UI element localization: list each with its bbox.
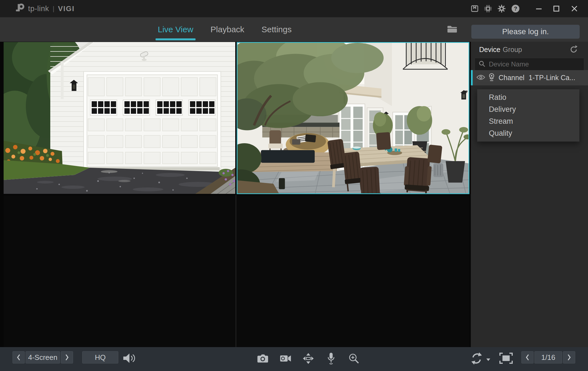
device-name-label: 1-TP-Link Ca... xyxy=(529,74,575,82)
device-type-label: Channel xyxy=(499,74,524,82)
playback-toolbar: 4-Screen HQ xyxy=(0,347,588,371)
device-context-menu: Ratio Delivery Stream Quality xyxy=(477,89,579,142)
page-navigation: 1/16 xyxy=(521,351,575,363)
patio-scene-image xyxy=(237,43,469,193)
screen-layout-button[interactable]: 4-Screen xyxy=(26,351,60,363)
device-chip-icon[interactable] xyxy=(484,4,492,13)
maximize-icon[interactable] xyxy=(552,4,561,13)
snapshot-camera-icon[interactable] xyxy=(257,351,269,366)
main-tabs: Live View Playback Settings xyxy=(158,17,292,42)
microphone-icon[interactable] xyxy=(325,351,337,366)
menu-item-ratio[interactable]: Ratio xyxy=(477,91,579,103)
folder-icon[interactable] xyxy=(447,24,458,35)
carousel-rotate-icon[interactable] xyxy=(470,352,483,366)
live-view-actions xyxy=(257,351,360,366)
digital-zoom-icon[interactable] xyxy=(348,351,360,366)
login-button[interactable]: Please log in. xyxy=(471,25,580,39)
driveway-scene-image xyxy=(4,42,235,194)
visibility-eye-icon[interactable] xyxy=(476,74,485,82)
camera-feed-1-driveway[interactable] xyxy=(4,42,235,194)
menu-item-quality[interactable]: Quality xyxy=(477,127,579,139)
device-search-box xyxy=(475,58,584,70)
vigi-client-window: tp-link | VIGI xyxy=(0,0,588,371)
camera-device-icon xyxy=(488,73,495,83)
page-prev-button[interactable] xyxy=(521,351,534,363)
title-bar: tp-link | VIGI xyxy=(0,0,588,17)
brand-logo: tp-link | VIGI xyxy=(14,0,75,17)
layout-next-button[interactable] xyxy=(61,351,73,363)
settings-gear-icon[interactable] xyxy=(497,4,506,13)
ptz-pan-icon[interactable] xyxy=(302,351,314,366)
pane-divider xyxy=(236,195,236,347)
tplink-logo-icon xyxy=(14,3,26,15)
tab-live-view[interactable]: Live View xyxy=(158,17,193,42)
brand-separator: | xyxy=(53,5,54,13)
tab-playback[interactable]: Playback xyxy=(211,17,244,42)
help-icon[interactable]: ? xyxy=(511,4,520,13)
saved-files-icon[interactable] xyxy=(471,4,479,13)
layout-prev-button[interactable] xyxy=(12,351,25,363)
device-row-channel-1[interactable]: Channel 1-TP-Link Ca... xyxy=(471,70,588,85)
close-icon[interactable] xyxy=(570,4,579,13)
product-name: VIGI xyxy=(58,4,75,13)
refresh-icon[interactable] xyxy=(570,45,578,53)
main-nav-bar: Live View Playback Settings Please log i… xyxy=(0,17,588,42)
device-sidebar: Device Group xyxy=(471,42,588,347)
menu-item-stream[interactable]: Stream xyxy=(477,115,579,127)
search-input[interactable] xyxy=(488,60,581,68)
tab-settings[interactable]: Settings xyxy=(262,17,292,42)
minimize-icon[interactable] xyxy=(535,4,543,13)
menu-item-delivery[interactable]: Delivery xyxy=(477,103,579,115)
search-icon xyxy=(478,60,486,68)
rotate-options-caret-icon[interactable] xyxy=(486,358,491,361)
speaker-icon[interactable] xyxy=(122,351,137,365)
fullscreen-icon[interactable] xyxy=(499,352,513,366)
record-video-icon[interactable] xyxy=(280,351,291,366)
camera-pane-3-empty[interactable] xyxy=(4,196,235,347)
page-indicator: 1/16 xyxy=(534,351,562,363)
selected-device-stripe xyxy=(471,70,473,85)
brand-name: tp-link xyxy=(28,4,49,13)
quality-button[interactable]: HQ xyxy=(82,351,118,363)
sidebar-tab-group[interactable]: Group xyxy=(503,46,522,54)
camera-feed-2-patio-selected[interactable] xyxy=(237,42,469,194)
page-next-button[interactable] xyxy=(563,351,575,363)
sidebar-tab-device[interactable]: Device xyxy=(479,46,500,54)
screen-layout-control: 4-Screen xyxy=(12,351,73,363)
camera-pane-4-empty[interactable] xyxy=(237,196,469,347)
